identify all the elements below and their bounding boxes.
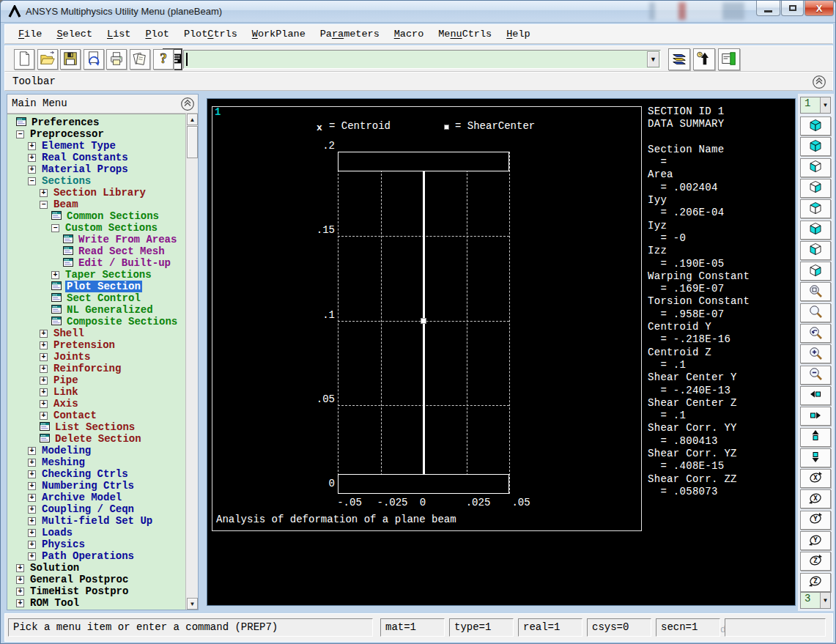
dropdown-arrow-icon[interactable]: ▼ <box>820 593 830 608</box>
expand-plus-icon[interactable]: + <box>51 271 59 279</box>
new-file-button[interactable] <box>14 49 34 70</box>
tree-item-rom-tool[interactable]: +ROM Tool <box>7 597 81 609</box>
menu-list[interactable]: List <box>100 26 138 42</box>
rotate-plus-x-button[interactable]: X <box>800 469 831 488</box>
view-front-button[interactable] <box>800 158 831 177</box>
collapse-minus-icon[interactable]: − <box>28 177 36 185</box>
expand-plus-icon[interactable]: + <box>40 353 48 361</box>
restore-button[interactable] <box>781 1 804 16</box>
contour-select[interactable]: 3▼ <box>800 592 831 609</box>
pan-down-button[interactable] <box>800 448 831 467</box>
expand-plus-icon[interactable]: + <box>28 552 36 560</box>
open-file-button[interactable] <box>37 49 58 70</box>
expand-plus-icon[interactable]: + <box>16 564 24 572</box>
close-button[interactable]: X <box>804 1 834 16</box>
rotate-plus-z-button[interactable]: Z <box>800 552 831 571</box>
expand-plus-icon[interactable]: + <box>28 470 36 478</box>
scroll-down-icon[interactable]: ▼ <box>187 598 198 610</box>
tree-item-loads[interactable]: +Loads <box>7 527 74 538</box>
pan-left-button[interactable] <box>800 386 831 405</box>
tree-item-path-operations[interactable]: +Path Operations <box>7 550 136 562</box>
tree-item-numbering-ctrls[interactable]: +Numbering Ctrls <box>7 480 136 492</box>
view-right-button[interactable] <box>800 262 831 281</box>
scrollbar-thumb[interactable] <box>187 126 198 158</box>
collapse-minus-icon[interactable]: − <box>51 224 59 232</box>
contact-manager-button[interactable] <box>718 48 740 70</box>
expand-plus-icon[interactable]: + <box>28 541 36 549</box>
view-bottom-button[interactable] <box>800 221 831 240</box>
tree-item-list-sections[interactable]: List Sections <box>7 421 136 433</box>
collapse-minus-icon[interactable]: − <box>16 130 24 138</box>
report-generator-button[interactable] <box>130 49 150 70</box>
expand-plus-icon[interactable]: + <box>28 494 36 502</box>
menu-macro[interactable]: Macro <box>387 26 432 42</box>
tree-item-shell[interactable]: +Shell <box>7 327 86 339</box>
command-input[interactable]: ▼ <box>183 50 661 69</box>
tree-item-modeling[interactable]: +Modeling <box>7 445 92 456</box>
tree-item-element-type[interactable]: +Element Type <box>7 140 117 152</box>
plot-window-select[interactable]: 1▼ <box>800 97 831 114</box>
main-menu-collapse-chevron-icon[interactable] <box>180 97 195 111</box>
zoom-window-button[interactable] <box>800 282 831 301</box>
dropdown-arrow-icon[interactable]: ▼ <box>820 97 830 113</box>
view-back-button[interactable] <box>800 179 831 198</box>
tree-item-solution[interactable]: +Solution <box>7 562 81 574</box>
rotate-minus-y-button[interactable]: Y <box>800 531 831 550</box>
menu-menuctrls[interactable]: MenuCtrls <box>431 26 499 42</box>
view-left-button[interactable] <box>800 241 831 260</box>
menu-parameters[interactable]: Parameters <box>313 26 387 42</box>
tree-item-pretension[interactable]: +Pretension <box>7 339 116 351</box>
graphics-window[interactable]: 1x= Centroid= ShearCenter0.05.1.15.2-.05… <box>207 98 796 606</box>
help-button[interactable]: ? <box>153 49 174 70</box>
tree-item-multi-field-set-up[interactable]: +Multi-field Set Up <box>7 515 154 527</box>
expand-plus-icon[interactable]: + <box>40 388 48 396</box>
expand-plus-icon[interactable]: + <box>28 482 36 490</box>
expand-plus-icon[interactable]: + <box>28 154 36 162</box>
expand-plus-icon[interactable]: + <box>28 447 36 455</box>
expand-plus-icon[interactable]: + <box>40 365 48 373</box>
expand-plus-icon[interactable]: + <box>28 529 36 537</box>
expand-plus-icon[interactable]: + <box>28 506 36 514</box>
tree-item-write-from-areas[interactable]: Write From Areas <box>7 234 178 245</box>
print-button[interactable] <box>106 49 127 70</box>
collapse-minus-icon[interactable]: − <box>40 201 48 209</box>
raise-hidden-button[interactable] <box>668 48 690 70</box>
expand-plus-icon[interactable]: + <box>40 341 48 349</box>
pan-right-button[interactable] <box>800 407 831 426</box>
tree-item-delete-section[interactable]: Delete Section <box>7 433 143 445</box>
zoom-in-button[interactable] <box>800 344 831 363</box>
tree-item-edit-built-up[interactable]: Edit / Built-up <box>7 257 172 269</box>
title-bar[interactable]: ANSYS Multiphysics Utility Menu (planeBe… <box>1 1 835 23</box>
view-oblique-button[interactable] <box>800 137 831 156</box>
reset-picking-button[interactable] <box>693 48 715 70</box>
view-isometric-button[interactable] <box>800 116 831 136</box>
expand-plus-icon[interactable]: + <box>28 142 36 150</box>
tree-item-nl-generalized[interactable]: NL Generalized <box>7 304 155 316</box>
tree-item-coupling-ceqn[interactable]: +Coupling / Ceqn <box>7 503 136 515</box>
tree-item-beam[interactable]: −Beam <box>7 199 80 210</box>
menu-plot[interactable]: Plot <box>138 26 176 42</box>
expand-plus-icon[interactable]: + <box>28 459 36 467</box>
menu-help[interactable]: Help <box>499 26 537 42</box>
tree-item-taper-sections[interactable]: +Taper Sections <box>7 269 153 281</box>
rotate-minus-x-button[interactable]: X <box>800 489 831 508</box>
tree-item-sect-control[interactable]: Sect Control <box>7 292 142 304</box>
previous-view-button[interactable] <box>800 324 831 343</box>
tree-item-section-library[interactable]: +Section Library <box>7 187 147 199</box>
tree-item-link[interactable]: +Link <box>7 386 80 398</box>
tree-item-physics[interactable]: +Physics <box>7 538 86 550</box>
tree-item-common-sections[interactable]: Common Sections <box>7 210 160 222</box>
tree-item-general-postproc[interactable]: +General Postproc <box>7 574 130 585</box>
tree-item-plot-section[interactable]: Plot Section <box>7 281 142 292</box>
tree-item-meshing[interactable]: +Meshing <box>7 456 86 468</box>
tree-item-contact[interactable]: +Contact <box>7 410 98 421</box>
minimize-button[interactable] <box>756 1 780 16</box>
rotate-plus-y-button[interactable]: Y <box>800 511 831 530</box>
expand-plus-icon[interactable]: + <box>28 166 36 174</box>
tree-item-joints[interactable]: +Joints <box>7 351 92 363</box>
tree-item-real-constants[interactable]: +Real Constants <box>7 152 130 163</box>
pan-up-button[interactable] <box>800 428 831 447</box>
expand-plus-icon[interactable]: + <box>40 400 48 408</box>
resume-db-button[interactable] <box>84 49 104 70</box>
tree-item-timehist-postpro[interactable]: +TimeHist Postpro <box>7 585 130 597</box>
